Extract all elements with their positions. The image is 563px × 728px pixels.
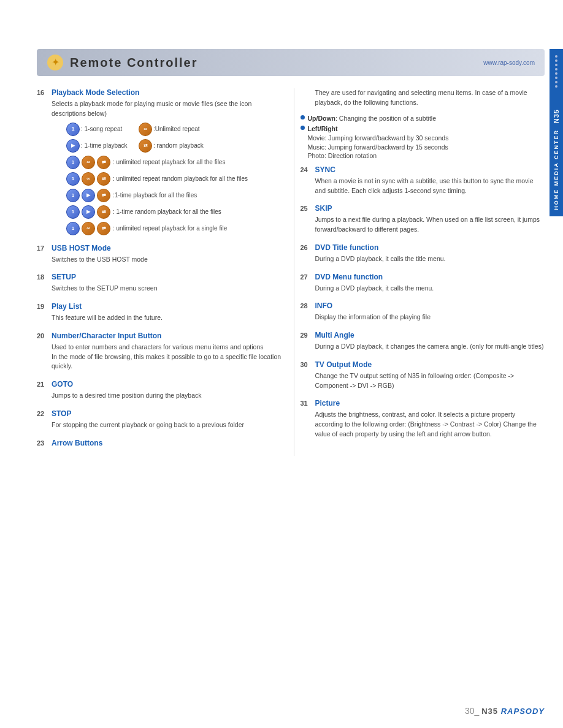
section-20-body: Used to enter numbers and characters for… xyxy=(37,343,282,371)
playback-icons-table: 1 : 1-song repeat ∞ :Unlimited repeat xyxy=(66,123,282,235)
section-23-header: 23 Arrow Buttons xyxy=(37,439,282,447)
bullet-dot-updown xyxy=(301,115,305,119)
section-26-body: During a DVD playback, it calls the titl… xyxy=(301,254,545,264)
section-16-title: Playback Mode Selection xyxy=(52,88,139,97)
section-30: 30 TV Output Mode Change the TV output s… xyxy=(301,360,545,391)
section-18-number: 18 xyxy=(37,273,48,281)
section-24-body: When a movie is not in sync with a subti… xyxy=(301,176,545,196)
section-30-body: Change the TV output setting of N35 in f… xyxy=(301,371,545,391)
section-26-title: DVD Title function xyxy=(315,243,379,252)
section-18-title: SETUP xyxy=(52,273,76,281)
section-27-number: 27 xyxy=(301,273,312,281)
left-column: 16 Playback Mode Selection Selects a pla… xyxy=(37,88,294,456)
section-22-header: 22 STOP xyxy=(37,409,282,418)
icon-group-row7: 1 ∞ ⇄ xyxy=(66,222,110,235)
playback-row-4: 1 ∞ ⇄ : unlimited repeat random playback… xyxy=(66,172,282,186)
section-16-body: Selects a playback mode for playing musi… xyxy=(37,99,282,235)
section-30-header: 30 TV Output Mode xyxy=(301,360,545,369)
icon-group-row6: 1 ▶ ⇄ xyxy=(66,205,110,219)
remote-controller-icon: ✦ xyxy=(47,54,64,71)
playback-row-6: 1 ▶ ⇄ : 1-time random playback for all t… xyxy=(66,205,282,219)
icon-row3-2: ∞ xyxy=(82,156,95,169)
bullet-text-leftright: Left/Right Movie: Jumping forward/backwa… xyxy=(308,124,449,161)
label-unlimited: :Unlimited repeat xyxy=(153,124,209,134)
section-31-title: Picture xyxy=(315,399,340,408)
section-25: 25 SKIP Jumps to a next file during a pl… xyxy=(301,204,545,235)
section-19: 19 Play List This feature will be added … xyxy=(37,302,282,323)
icon-group-row3: 1 ∞ ⇄ xyxy=(66,156,110,169)
section-18-header: 18 SETUP xyxy=(37,273,282,281)
section-27: 27 DVD Menu function During a DVD playba… xyxy=(301,273,545,294)
playback-row-2: ▶ : 1-time playback ⇄ : random playback xyxy=(66,139,282,153)
side-dot-3 xyxy=(555,64,557,66)
section-20-header: 20 Number/Character Input Button xyxy=(37,332,282,340)
icon-group-1song: 1 : 1-song repeat xyxy=(66,123,136,136)
icon-1time: ▶ xyxy=(66,139,80,153)
icon-1song: 1 xyxy=(66,123,80,136)
section-31-body: Adjusts the brightness, contrast, and co… xyxy=(301,410,545,439)
label-random: : random playback xyxy=(153,141,209,150)
section-19-body: This feature will be added in the future… xyxy=(37,313,282,323)
footer-page: 30_ xyxy=(465,706,479,716)
icon-row4-1: 1 xyxy=(66,172,80,186)
section-23-title: Arrow Buttons xyxy=(52,439,102,447)
section-18: 18 SETUP Switches to the SETUP menu scre… xyxy=(37,273,282,294)
header-bar: ✦ Remote Controller www.rap-sody.com xyxy=(37,49,545,76)
section-29-title: Multi Angle xyxy=(315,331,354,339)
footer-brand: N35 RAPSODY xyxy=(481,707,545,716)
section-16: 16 Playback Mode Selection Selects a pla… xyxy=(37,88,282,235)
section-21: 21 GOTO Jumps to a desired time position… xyxy=(37,380,282,401)
section-30-title: TV Output Mode xyxy=(315,360,372,369)
playback-row-1: 1 : 1-song repeat ∞ :Unlimited repeat xyxy=(66,123,282,136)
section-25-header: 25 SKIP xyxy=(301,204,545,213)
section-22-body: For stopping the current playback or goi… xyxy=(37,420,282,430)
icon-group-row5: 1 ▶ ⇄ xyxy=(66,189,110,202)
section-24-header: 24 SYNC xyxy=(301,165,545,174)
section-23: 23 Arrow Buttons xyxy=(37,439,282,447)
section-28-header: 28 INFO xyxy=(301,301,545,310)
section-27-title: DVD Menu function xyxy=(315,273,383,281)
section-26-number: 26 xyxy=(301,244,312,251)
section-17-number: 17 xyxy=(37,245,48,252)
section-23-number: 23 xyxy=(37,439,48,447)
section-17-title: USB HOST Mode xyxy=(52,244,111,252)
section-25-body: Jumps to a next file during a playback. … xyxy=(301,215,545,235)
section-29-number: 29 xyxy=(301,332,312,339)
section-24-number: 24 xyxy=(301,166,312,173)
section-16-header: 16 Playback Mode Selection xyxy=(37,88,282,97)
section-16-number: 16 xyxy=(37,89,48,96)
svg-text:✦: ✦ xyxy=(52,57,59,67)
icon-row4-2: ∞ xyxy=(82,172,95,186)
icon-row3-3: ⇄ xyxy=(97,156,110,169)
section-26: 26 DVD Title function During a DVD playb… xyxy=(301,243,545,264)
section-29-body: During a DVD playback, it changes the ca… xyxy=(301,342,545,352)
section-20: 20 Number/Character Input Button Used to… xyxy=(37,332,282,371)
footer-brand-name: RAPSODY xyxy=(501,707,545,716)
icon-row5-1: 1 xyxy=(66,189,80,202)
side-tab-dots xyxy=(555,55,557,88)
icon-row3-1: 1 xyxy=(66,156,80,169)
section-17-header: 17 USB HOST Mode xyxy=(37,244,282,252)
icon-row6-1: 1 xyxy=(66,205,80,219)
section-20-title: Number/Character Input Button xyxy=(52,332,161,340)
icon-group-1time: ▶ : 1-time playback xyxy=(66,139,136,153)
desc-row4: : unlimited repeat random playback for a… xyxy=(113,174,282,183)
icon-group-row4: 1 ∞ ⇄ xyxy=(66,172,110,186)
desc-row5: :1-time playback for all the files xyxy=(113,191,282,200)
side-dot-7 xyxy=(555,81,557,83)
right-intro: They are used for navigating and selecti… xyxy=(301,88,545,108)
right-column: They are used for navigating and selecti… xyxy=(294,88,545,456)
desc-row3: : unlimited repeat playback for all the … xyxy=(113,157,282,167)
section-25-title: SKIP xyxy=(315,204,332,213)
header-url: www.rap-sody.com xyxy=(483,59,535,66)
section-28-title: INFO xyxy=(315,301,333,310)
playback-row-5: 1 ▶ ⇄ :1-time playback for all the files xyxy=(66,189,282,202)
icon-group-random: ⇄ : random playback xyxy=(139,139,209,153)
playback-row-3: 1 ∞ ⇄ : unlimited repeat playback for al… xyxy=(66,156,282,169)
header-left: ✦ Remote Controller xyxy=(47,54,197,71)
bullet-leftright: Left/Right Movie: Jumping forward/backwa… xyxy=(301,124,545,161)
side-dot-1 xyxy=(555,55,557,58)
section-30-number: 30 xyxy=(301,361,312,368)
arrow-bullets: Up/Down: Changing the position of a subt… xyxy=(301,114,545,161)
section-28-number: 28 xyxy=(301,302,312,309)
